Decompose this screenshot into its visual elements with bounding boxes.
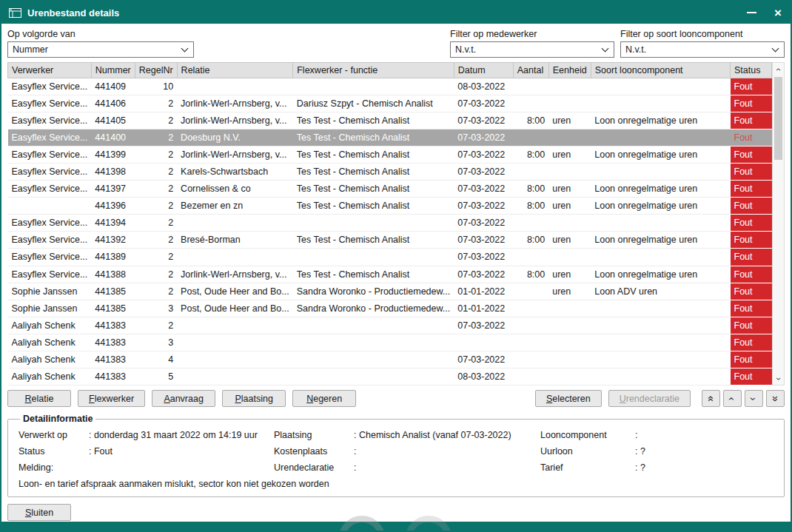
table-row[interactable]: Aaliyah Schenk441383407-03-2022Fout <box>8 351 772 368</box>
cell-verwerker: Sophie Janssen <box>8 283 92 300</box>
cell-datum <box>454 334 513 351</box>
sluiten-button[interactable]: Sluiten <box>7 504 71 521</box>
column-header-datum[interactable]: Datum <box>454 63 513 78</box>
table-row[interactable]: Easyflex Service...441394207-03-2022Fout <box>8 215 772 232</box>
cell-aantal: 8:00 <box>513 147 548 164</box>
cell-aantal <box>513 129 548 147</box>
cell-eenheid <box>548 300 591 317</box>
column-header-aantal[interactable]: Aantal <box>513 63 548 78</box>
table-row[interactable]: Easyflex Service...4413882Jorlink-Werl-A… <box>8 266 772 283</box>
sort-select[interactable]: Nummer <box>7 41 194 58</box>
cell-status: Fout <box>731 232 772 249</box>
cell-regelnr: 2 <box>135 198 177 215</box>
melding-value <box>89 462 274 473</box>
table-row[interactable]: Easyflex Service...4413992Jorlink-Werl-A… <box>8 147 772 164</box>
cell-aantal <box>513 249 548 266</box>
column-header-relatie[interactable]: Relatie <box>177 63 293 78</box>
table-row[interactable]: Easyflex Service...4413922Bresé-BormanTe… <box>8 232 772 249</box>
table-row[interactable]: 4413962Bezemer en znTes Test - Chemisch … <box>8 198 772 215</box>
cell-status: Fout <box>731 300 772 317</box>
table-row[interactable]: Easyflex Service...4413972Cornelissen & … <box>8 181 772 198</box>
cell-aantal <box>513 334 548 351</box>
relatie-button[interactable]: Relatie <box>7 390 71 407</box>
cell-regelnr: 2 <box>135 95 177 112</box>
medewerker-filter-value: N.v.t. <box>455 44 476 55</box>
table-row[interactable]: Easyflex Service...4414052Jorlink-Werl-A… <box>8 112 772 129</box>
cell-flexwerker-functie: Dariusz Szpyt - Chemisch Analist <box>293 95 454 112</box>
column-header-status[interactable]: Status <box>731 63 772 78</box>
cell-flexwerker-functie: Sandra Woronko - Productiemedew... <box>293 283 454 300</box>
cell-aantal <box>513 351 548 368</box>
title-bar: Urenbestand details × <box>1 1 791 24</box>
cell-soort-looncomponent <box>591 95 730 112</box>
table-row[interactable]: Aaliyah Schenk4413833Fout <box>8 334 772 351</box>
close-button[interactable]: × <box>774 7 782 19</box>
cell-aantal <box>513 95 548 112</box>
move-up-button[interactable]: ‹ <box>723 390 742 407</box>
table-row[interactable]: Easyflex Service...441389207-03-2022Fout <box>8 249 772 266</box>
minimize-button[interactable] <box>747 12 756 13</box>
table-row[interactable]: Sophie Janssen4413852Post, Oude Heer and… <box>8 283 772 300</box>
move-down-button[interactable]: › <box>745 390 763 407</box>
plaatsing-button[interactable]: Plaatsing <box>222 390 286 407</box>
scroll-to-top-button[interactable]: « <box>702 390 720 407</box>
cell-flexwerker-functie <box>293 215 454 232</box>
table-row[interactable]: Aaliyah Schenk441383508-03-2022Fout <box>8 368 772 385</box>
table-row[interactable]: Easyflex Service...4414002Doesburg N.V.T… <box>8 129 772 147</box>
cell-datum: 07-03-2022 <box>454 164 513 181</box>
flexwerker-button[interactable]: Flexwerker <box>78 390 145 407</box>
window-icon <box>9 8 21 18</box>
cell-datum: 07-03-2022 <box>454 266 513 283</box>
chevron-double-up-icon: « <box>705 396 716 402</box>
cell-nummer: 441399 <box>91 147 135 164</box>
scrollbar-down-icon[interactable]: › <box>773 372 784 385</box>
scrollbar-thumb[interactable] <box>774 77 782 160</box>
cell-relatie: Post, Oude Heer and Bo... <box>177 283 293 300</box>
scrollbar-up-icon[interactable]: ‹ <box>773 63 784 75</box>
cell-regelnr: 2 <box>135 181 177 198</box>
cell-eenheid <box>548 95 591 112</box>
cell-status: Fout <box>731 147 772 164</box>
chevron-down-icon <box>772 45 779 53</box>
cell-flexwerker-functie <box>293 334 454 351</box>
cell-verwerker: Easyflex Service... <box>8 232 92 249</box>
table-row[interactable]: Sophie Janssen4413853Post, Oude Heer and… <box>8 300 772 317</box>
column-header-soort-looncomponent[interactable]: Soort looncomponent <box>591 63 730 78</box>
column-header-nummer[interactable]: Nummer <box>91 63 135 78</box>
table-row[interactable]: Easyflex Service...4414062Jorlink-Werl-A… <box>8 95 772 112</box>
aanvraag-button[interactable]: Aanvraag <box>152 390 215 407</box>
urenbestand-table: VerwerkerNummerRegelNrRelatieFlexwerker … <box>7 62 772 385</box>
table-row[interactable]: Easyflex Service...4414091008-03-2022Fou… <box>8 78 772 95</box>
column-header-eenheid[interactable]: Eenheid <box>548 63 591 78</box>
table-row[interactable]: Easyflex Service...4413982Karels-Schwart… <box>8 164 772 181</box>
negeren-button[interactable]: Negeren <box>292 390 356 407</box>
cell-status: Fout <box>731 266 772 283</box>
vertical-scrollbar[interactable]: ‹ › <box>772 62 785 385</box>
uurloon-value: : ? <box>635 446 773 457</box>
filter-bar: Op volgorde van Nummer Filter op medewer… <box>1 24 791 58</box>
cell-soort-looncomponent <box>591 78 730 95</box>
cell-status: Fout <box>731 78 772 95</box>
column-header-regelnr[interactable]: RegelNr <box>135 63 177 78</box>
cell-soort-looncomponent <box>591 164 730 181</box>
kostenplaats-value: : <box>354 446 540 457</box>
column-header-flexwerker-functie[interactable]: Flexwerker - functie <box>293 63 454 78</box>
table-row[interactable]: Aaliyah Schenk441383207-03-2022Fout <box>8 317 772 334</box>
cell-regelnr: 2 <box>135 129 177 147</box>
cell-eenheid <box>548 351 591 368</box>
column-header-verwerker[interactable]: Verwerker <box>8 63 92 78</box>
scroll-to-bottom-button[interactable]: » <box>766 390 785 407</box>
plaatsing-value: : Chemisch Analist (vanaf 07-03-2022) <box>354 430 540 440</box>
looncomponent-value: : <box>635 430 773 440</box>
tarief-value: : ? <box>635 462 773 473</box>
cell-nummer: 441388 <box>91 266 135 283</box>
cell-regelnr: 2 <box>135 147 177 164</box>
chevron-double-down-icon: » <box>770 396 780 402</box>
selecteren-button[interactable]: Selecteren <box>535 390 602 407</box>
looncomponent-filter-select[interactable]: N.v.t. <box>620 41 785 58</box>
cell-eenheid: uren <box>548 266 591 283</box>
medewerker-filter-select[interactable]: N.v.t. <box>450 41 614 58</box>
scrollbar-track[interactable] <box>773 75 784 372</box>
window-title: Urenbestand details <box>27 7 119 18</box>
urendeclaratie-label: Urendeclaratie <box>274 462 354 473</box>
